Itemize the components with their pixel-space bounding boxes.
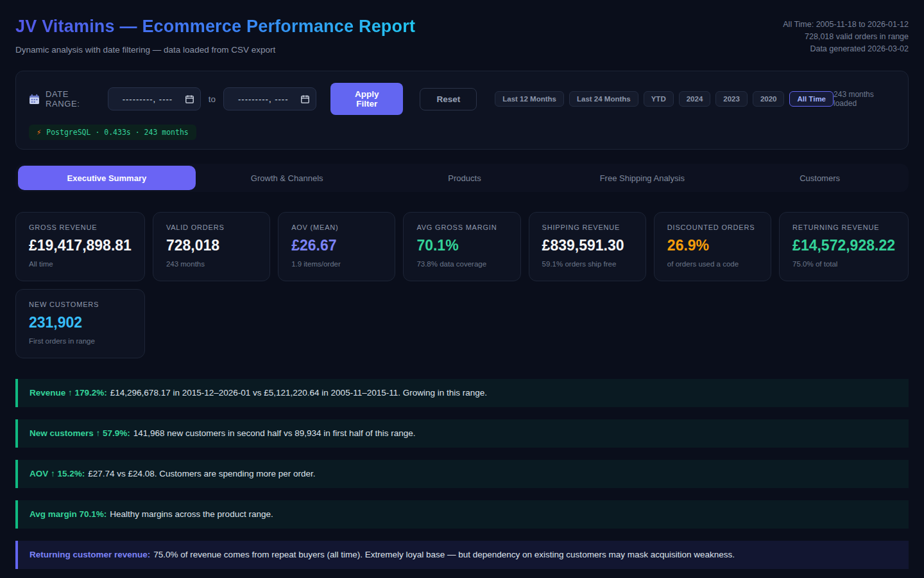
- insight-text: Healthy margins across the product range…: [110, 509, 273, 519]
- insight-avg-margin: Avg margin 70.1%:Healthy margins across …: [15, 500, 909, 529]
- kpi-label: DISCOUNTED ORDERS: [667, 223, 758, 231]
- insight-returning-customer-revenue: Returning customer revenue:75.0% of reve…: [15, 541, 909, 569]
- page-subtitle: Dynamic analysis with date filtering — d…: [15, 45, 415, 55]
- date-range-label: DATE RANGE:: [46, 89, 99, 109]
- kpi-label: RETURNING REVENUE: [792, 223, 895, 231]
- meta-all-time-range: All Time: 2005-11-18 to 2026-01-12: [783, 19, 909, 31]
- date-filter-panel: DATE RANGE: ---------, ---- to ---------…: [15, 71, 909, 150]
- insight-label: Returning customer revenue:: [30, 550, 150, 559]
- kpi-subtext: of orders used a code: [667, 260, 758, 268]
- kpi-label: NEW CUSTOMERS: [29, 301, 132, 308]
- kpi-card-new-customers: NEW CUSTOMERS 231,902 First orders in ra…: [15, 289, 145, 358]
- kpi-value: £14,572,928.22: [792, 237, 895, 254]
- calendar-icon: [29, 94, 40, 105]
- chip-all-time[interactable]: All Time: [789, 91, 834, 107]
- insight-text: £27.74 vs £24.08. Customers are spending…: [88, 469, 315, 478]
- db-status-badge: ⚡ PostgreSQL · 0.433s · 243 months: [29, 125, 196, 140]
- report-page: JV Vitamins — Ecommerce Performance Repo…: [0, 0, 924, 569]
- db-status-text: PostgreSQL · 0.433s · 243 months: [46, 128, 189, 137]
- db-status-row: ⚡ PostgreSQL · 0.433s · 243 months: [29, 125, 895, 140]
- meta-generated-date: Data generated 2026-03-02: [783, 43, 909, 55]
- insight-text: £14,296,678.17 in 2015-12–2026-01 vs £5,…: [110, 388, 487, 398]
- kpi-subtext: 73.8% data coverage: [416, 260, 507, 268]
- insight-label: Avg margin 70.1%:: [30, 509, 107, 519]
- header-left: JV Vitamins — Ecommerce Performance Repo…: [15, 17, 415, 55]
- end-date-placeholder: ---------, ----: [238, 94, 289, 104]
- kpi-value: £839,591.30: [542, 237, 633, 254]
- kpi-value: 231,902: [29, 314, 132, 331]
- tab-free-shipping-analysis[interactable]: Free Shipping Analysis: [553, 164, 731, 192]
- kpi-subtext: First orders in range: [29, 337, 132, 345]
- filter-row: DATE RANGE: ---------, ---- to ---------…: [29, 83, 895, 115]
- kpi-label: AVG GROSS MARGIN: [416, 223, 507, 231]
- kpi-label: VALID ORDERS: [166, 223, 257, 231]
- kpi-value: 70.1%: [416, 237, 507, 254]
- chip-ytd[interactable]: YTD: [644, 91, 674, 107]
- lightning-bolt-icon: ⚡: [37, 128, 41, 137]
- kpi-card-aov-mean: AOV (MEAN) £26.67 1.9 items/order: [278, 212, 395, 281]
- tab-growth-channels[interactable]: Growth & Channels: [198, 164, 376, 192]
- insight-label: Revenue ↑ 179.2%:: [30, 388, 107, 398]
- kpi-card-avg-gross-margin: AVG GROSS MARGIN 70.1% 73.8% data covera…: [403, 212, 520, 281]
- start-date-placeholder: ---------, ----: [123, 94, 173, 104]
- kpi-subtext: All time: [29, 260, 132, 268]
- chip-2024[interactable]: 2024: [679, 91, 711, 107]
- apply-filter-button[interactable]: Apply Filter: [330, 83, 403, 115]
- chip-last-24-months[interactable]: Last 24 Months: [569, 91, 638, 107]
- end-date-input[interactable]: ---------, ----: [223, 87, 316, 110]
- kpi-subtext: 1.9 items/order: [291, 260, 382, 268]
- insight-label: AOV ↑ 15.2%:: [30, 469, 85, 478]
- kpi-subtext: 59.1% orders ship free: [542, 260, 633, 268]
- kpi-subtext: 243 months: [166, 260, 257, 268]
- kpi-card-discounted-orders: DISCOUNTED ORDERS 26.9% of orders used a…: [654, 212, 771, 281]
- tab-products[interactable]: Products: [376, 164, 554, 192]
- insight-label: New customers ↑ 57.9%:: [30, 428, 130, 438]
- chip-2020[interactable]: 2020: [753, 91, 785, 107]
- kpi-subtext: 75.0% of total: [792, 260, 895, 268]
- chip-last-12-months[interactable]: Last 12 Months: [495, 91, 564, 107]
- kpi-card-shipping-revenue: SHIPPING REVENUE £839,591.30 59.1% order…: [529, 212, 646, 281]
- kpi-value: 728,018: [166, 237, 257, 254]
- chip-2023[interactable]: 2023: [715, 91, 748, 107]
- meta-valid-orders: 728,018 valid orders in range: [783, 31, 909, 43]
- to-label: to: [209, 94, 216, 104]
- kpi-card-returning-revenue: RETURNING REVENUE £14,572,928.22 75.0% o…: [779, 212, 909, 281]
- reset-button[interactable]: Reset: [420, 88, 477, 110]
- kpi-card-valid-orders: VALID ORDERS 728,018 243 months: [153, 212, 270, 281]
- insight-revenue-growth: Revenue ↑ 179.2%:£14,296,678.17 in 2015-…: [15, 379, 909, 407]
- insight-aov: AOV ↑ 15.2%:£27.74 vs £24.08. Customers …: [15, 460, 909, 488]
- section-tabs: Executive Summary Growth & Channels Prod…: [15, 164, 909, 192]
- tab-customers[interactable]: Customers: [731, 164, 909, 192]
- kpi-label: SHIPPING REVENUE: [542, 223, 633, 231]
- tab-executive-summary[interactable]: Executive Summary: [18, 166, 196, 190]
- kpi-value: £26.67: [291, 237, 382, 254]
- insight-text: 141,968 new customers in second half vs …: [133, 428, 416, 438]
- kpi-value: 26.9%: [667, 237, 758, 254]
- insight-new-customers: New customers ↑ 57.9%:141,968 new custom…: [15, 419, 909, 448]
- page-title: JV Vitamins — Ecommerce Performance Repo…: [15, 17, 415, 37]
- insight-text: 75.0% of revenue comes from repeat buyer…: [153, 550, 735, 559]
- kpi-grid: GROSS REVENUE £19,417,898.81 All time VA…: [15, 212, 909, 358]
- kpi-card-gross-revenue: GROSS REVENUE £19,417,898.81 All time: [15, 212, 145, 281]
- header: JV Vitamins — Ecommerce Performance Repo…: [15, 17, 909, 55]
- kpi-label: AOV (MEAN): [291, 223, 382, 231]
- kpi-label: GROSS REVENUE: [29, 223, 132, 231]
- insights-list: Revenue ↑ 179.2%:£14,296,678.17 in 2015-…: [15, 379, 909, 569]
- start-date-input[interactable]: ---------, ----: [108, 87, 201, 110]
- date-picker-icon[interactable]: [185, 95, 194, 103]
- header-meta: All Time: 2005-11-18 to 2026-01-12 728,0…: [783, 19, 909, 55]
- quick-range-chips: Last 12 Months Last 24 Months YTD 2024 2…: [495, 91, 834, 107]
- kpi-value: £19,417,898.81: [29, 237, 132, 254]
- date-picker-icon[interactable]: [301, 95, 309, 103]
- months-loaded-text: 243 months loaded: [834, 90, 895, 108]
